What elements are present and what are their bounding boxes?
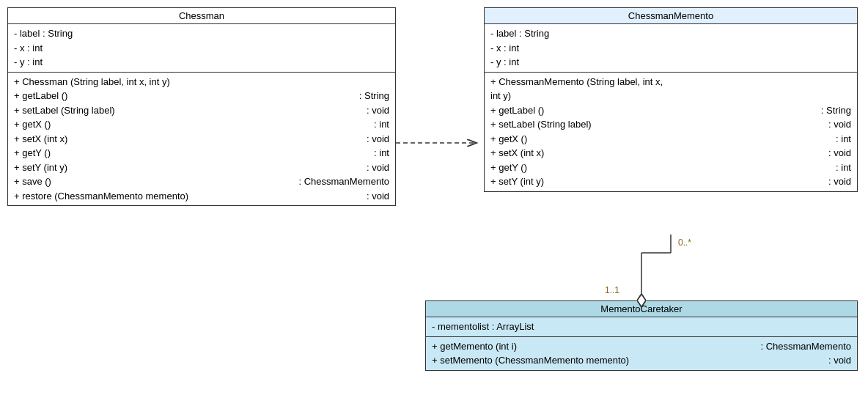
multiplicity-top-label: 0..*	[678, 237, 691, 248]
memento-method-1: + getLabel () : String	[490, 103, 851, 118]
memento-method-0-cont: int y)	[490, 89, 851, 103]
chessman-box: Chessman - label : String - x : int - y …	[7, 7, 396, 206]
chessman-attr-2: - y : int	[14, 55, 389, 70]
diagram-container: Chessman - label : String - x : int - y …	[0, 0, 868, 395]
chessman-method-8: + restore (ChessmanMemento memento) : vo…	[14, 189, 389, 204]
chessman-memento-title-text: ChessmanMemento	[628, 10, 713, 21]
chessman-method-6: + setY (int y) : void	[14, 160, 389, 175]
chessman-attr-0: - label : String	[14, 26, 389, 41]
caretaker-attr-0: - mementolist : ArrayList	[432, 320, 851, 334]
memento-method-2: + setLabel (String label) : void	[490, 117, 851, 132]
memento-caretaker-methods: + getMemento (int i) : ChessmanMemento +…	[426, 337, 857, 370]
chessman-title-text: Chessman	[179, 10, 224, 21]
chessman-attributes: - label : String - x : int - y : int	[8, 24, 395, 73]
chessman-memento-box: ChessmanMemento - label : String - x : i…	[484, 7, 858, 192]
chessman-method-2: + setLabel (String label) : void	[14, 103, 389, 118]
caretaker-method-1: + setMemento (ChessmanMemento memento) :…	[432, 353, 851, 368]
memento-attr-2: - y : int	[490, 55, 851, 70]
chessman-memento-attributes: - label : String - x : int - y : int	[485, 24, 857, 73]
memento-method-0: + ChessmanMemento (String label, int x,	[490, 75, 851, 89]
chessman-method-5: + getY () : int	[14, 146, 389, 160]
chessman-method-1: + getLabel () : String	[14, 89, 389, 103]
chessman-method-4: + setX (int x) : void	[14, 132, 389, 147]
memento-attr-0: - label : String	[490, 26, 851, 41]
memento-method-5: + getY () : int	[490, 160, 851, 175]
chessman-memento-title: ChessmanMemento	[485, 8, 857, 24]
chessman-method-0: + Chessman (String label, int x, int y)	[14, 75, 389, 89]
memento-caretaker-title: MementoCaretaker	[426, 301, 857, 317]
memento-method-4: + setX (int x) : void	[490, 146, 851, 160]
chessman-title: Chessman	[8, 8, 395, 24]
memento-method-3: + getX () : int	[490, 132, 851, 147]
caretaker-method-0: + getMemento (int i) : ChessmanMemento	[432, 339, 851, 354]
chessman-methods: + Chessman (String label, int x, int y) …	[8, 73, 395, 206]
memento-caretaker-box: MementoCaretaker - mementolist : ArrayLi…	[425, 300, 858, 371]
memento-method-6: + setY (int y) : void	[490, 174, 851, 189]
memento-attr-1: - x : int	[490, 41, 851, 56]
memento-caretaker-title-text: MementoCaretaker	[600, 303, 682, 314]
multiplicity-bottom-label: 1..1	[605, 285, 619, 295]
memento-caretaker-attributes: - mementolist : ArrayList	[426, 317, 857, 337]
chessman-method-3: + getX () : int	[14, 117, 389, 132]
chessman-attr-1: - x : int	[14, 41, 389, 56]
chessman-memento-methods: + ChessmanMemento (String label, int x, …	[485, 73, 857, 191]
chessman-method-7: + save () : ChessmanMemento	[14, 174, 389, 189]
